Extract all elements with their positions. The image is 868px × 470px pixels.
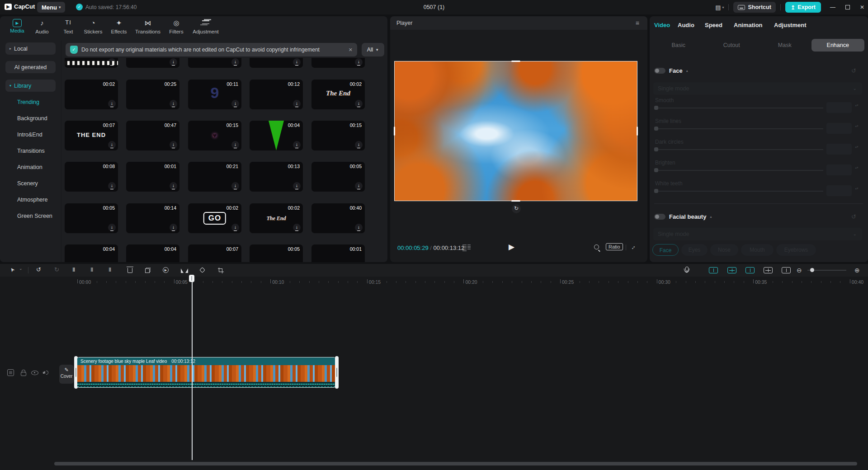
download-icon[interactable]: ↓ [231,141,239,149]
library-video-thumbnail[interactable]: 00:14↓ [126,203,179,239]
tab-video[interactable]: Video [654,22,670,28]
slider-track[interactable] [655,170,823,171]
library-video-thumbnail[interactable]: 00:25↓ [126,80,179,115]
track-options-icon[interactable] [7,369,14,376]
facial-beauty-mode-dropdown[interactable]: Single mode ⌄ [653,228,862,240]
sidebar-item-library[interactable]: ▾ Library [5,80,56,92]
rotate-icon[interactable] [199,267,205,273]
tab-filters[interactable]: ◎ Filters [162,19,191,34]
split-right-icon[interactable]: Ⅱ [108,266,111,273]
download-icon[interactable]: ↓ [231,224,239,231]
delete-icon[interactable] [127,268,132,273]
sidebar-item-green-screen[interactable]: Green Screen [17,213,52,219]
undo-icon[interactable]: ↺ [36,266,41,273]
library-video-thumbnail[interactable]: 00:01↓ [126,162,179,197]
cover-button[interactable]: ✎ Cover [59,365,74,384]
slider-knob[interactable] [654,147,658,151]
library-video-thumbnail[interactable]: 00:02↓ [65,80,118,115]
play-button[interactable]: ▶ [509,242,514,252]
ratio-button[interactable]: Ratio [606,243,623,250]
hamburger-menu-icon[interactable]: ≡ [636,19,639,27]
facial-beauty-toggle[interactable] [654,214,665,220]
stepper-icons[interactable]: ▴▾ [854,103,859,107]
download-icon[interactable]: ↓ [108,182,116,190]
library-video-thumbnail[interactable]: 00:01 [311,244,365,262]
slider-knob[interactable] [654,127,658,131]
mirror-icon[interactable] [181,268,188,273]
download-icon[interactable]: ↓ [231,100,239,108]
download-icon[interactable]: ↓ [355,182,363,190]
eye-icon[interactable] [31,369,38,376]
split-left-icon[interactable]: Ⅱ [90,266,93,273]
library-video-thumbnail[interactable]: ↓ [188,58,241,73]
resize-handle[interactable] [511,200,520,202]
slider-track[interactable] [655,128,823,129]
face-toggle[interactable] [654,68,665,74]
slider-knob[interactable] [654,106,658,110]
library-video-thumbnail[interactable]: THE END00:07↓ [65,121,118,156]
library-video-thumbnail[interactable]: 900:11↓ [188,80,241,115]
reset-icon[interactable]: ↺ [851,213,856,220]
download-icon[interactable]: ↓ [355,224,363,231]
zoom-in-icon[interactable]: ⊕ [854,267,860,274]
clip-trim-handle-right[interactable] [335,356,339,389]
download-icon[interactable]: ↓ [231,58,239,66]
library-video-thumbnail[interactable]: 00:21↓ [188,162,241,197]
subtab-mask[interactable]: Mask [758,39,811,52]
library-video-thumbnail[interactable]: End↓ [250,58,303,73]
tab-audio[interactable]: ♪ Audio [28,19,57,34]
horizontal-scrollbar[interactable] [54,462,857,465]
timeline-ruler[interactable]: 00:0000:0500:1000:1500:2000:2500:3000:35… [0,277,868,288]
stepper-icons[interactable]: ▴▾ [854,166,859,169]
library-video-thumbnail[interactable]: ↓ [126,58,179,73]
cover-view-icon[interactable] [782,267,791,273]
lock-icon[interactable] [20,369,27,376]
library-video-thumbnail[interactable]: 00:08↓ [65,162,118,197]
library-video-thumbnail[interactable]: 00:04↓ [250,121,303,156]
close-icon[interactable]: ✕ [349,47,353,53]
library-video-thumbnail[interactable]: 00:07 [188,244,241,262]
tab-transitions[interactable]: ⋈ Transitions [133,19,162,34]
library-video-thumbnail[interactable]: GO00:02↓ [188,203,241,239]
pill-eyebrows[interactable]: Eyebrows [776,244,816,256]
sidebar-item-transitions[interactable]: Transitions [17,148,45,154]
slider-value-box[interactable] [826,123,852,134]
sidebar-item-atmosphere[interactable]: Atmosphere [17,197,47,203]
preview-axis-icon[interactable] [745,267,755,273]
close-button[interactable]: ✕ [860,4,864,10]
slider-track[interactable] [655,149,823,150]
library-video-thumbnail[interactable]: 00:13↓ [250,162,303,197]
magnetic-track-icon[interactable] [709,267,718,273]
sidebar-item-trending[interactable]: Trending [17,99,39,105]
playhead-line[interactable] [192,277,193,460]
split-icon[interactable]: Ⅱ [72,266,75,273]
rotate-handle-icon[interactable]: ↻ [512,204,521,213]
face-mode-dropdown[interactable]: Single mode ⌄ [653,82,862,95]
reverse-icon[interactable]: ▶ [163,267,169,273]
shortcut-button[interactable]: Shortcut [733,2,775,13]
export-button[interactable]: ↥ Export [785,2,821,13]
tab-audio[interactable]: Audio [678,22,694,28]
download-icon[interactable]: ↓ [170,58,177,66]
pill-nose[interactable]: Nose [710,244,738,256]
download-icon[interactable]: ↓ [108,141,116,149]
library-video-thumbnail[interactable]: 00:12↓ [250,80,303,115]
subtab-enhance[interactable]: Enhance [811,39,865,52]
library-video-thumbnail[interactable]: 00:47↓ [126,121,179,156]
playhead-handle[interactable] [189,275,194,282]
stepper-icons[interactable]: ▴▾ [854,187,859,190]
slider-knob[interactable] [654,189,658,193]
sidebar-item-local[interactable]: ▸ Local [5,42,56,55]
library-video-thumbnail[interactable]: 00:15↓ [311,121,365,156]
tab-speed[interactable]: Speed [705,22,722,28]
link-clips-icon[interactable] [727,267,736,273]
maximize-button[interactable] [845,5,850,9]
download-icon[interactable]: ↓ [170,100,177,108]
library-video-thumbnail[interactable]: The End00:02↓ [250,203,303,239]
resize-handle[interactable] [637,127,638,136]
download-icon[interactable]: ↓ [355,100,363,108]
subtab-cutout[interactable]: Cutout [705,39,759,52]
duplicate-icon[interactable] [145,268,151,273]
tab-effects[interactable]: ✦ Effects [104,19,133,34]
download-icon[interactable]: ↓ [293,224,301,231]
